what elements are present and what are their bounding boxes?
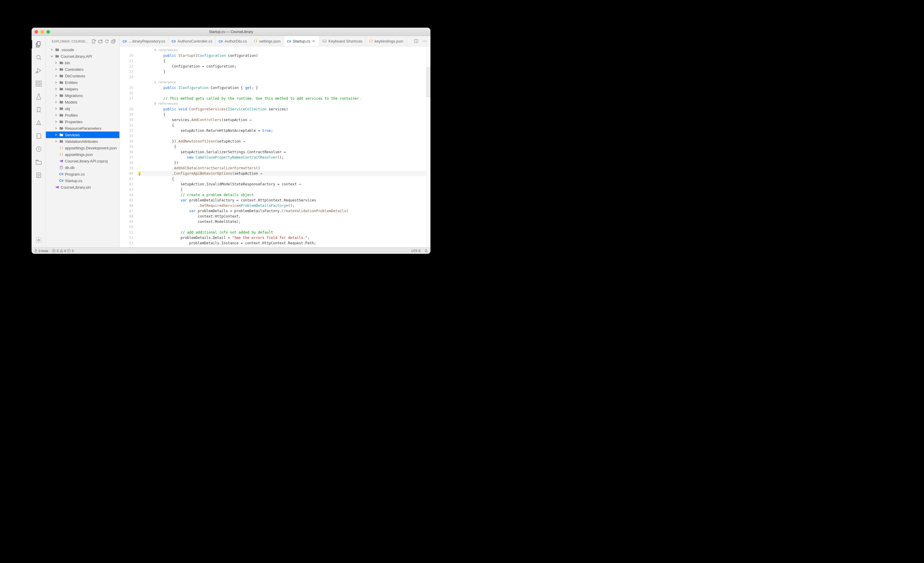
code-line[interactable] — [138, 225, 426, 230]
code-editor[interactable]: 2021222324252627282930313233343536373839… — [120, 46, 430, 247]
close-tab-icon[interactable]: ✕ — [312, 39, 316, 43]
editor-tab[interactable]: C#AuthorsController.cs — [168, 36, 216, 46]
code-line[interactable]: // create a problem details object — [138, 192, 426, 198]
file-item[interactable]: appsettings.Development.json — [46, 145, 119, 151]
code-line[interactable]: services.AddControllers(setupAction ⇒ — [138, 117, 426, 123]
extensions-activity[interactable] — [32, 78, 46, 90]
code-line[interactable]: var problemDetailsFactory = context.Http… — [138, 198, 426, 203]
file-item[interactable]: db.db — [46, 164, 119, 171]
file-item[interactable]: CourseLibrary.sln — [46, 184, 119, 190]
file-item[interactable]: appsettings.json — [46, 151, 119, 158]
code-line[interactable]: problemDetails.Detail = "See the errors … — [138, 235, 426, 240]
code-line[interactable]: context.HttpContext, — [138, 214, 426, 219]
folder-item[interactable]: obj — [46, 105, 119, 112]
debug-activity[interactable] — [32, 64, 46, 76]
code-line[interactable] — [138, 246, 426, 247]
folder-item[interactable]: DbContexts — [46, 73, 119, 79]
lightbulb-icon[interactable]: 💡 — [137, 171, 142, 176]
project-activity[interactable] — [32, 156, 46, 168]
folder-item[interactable]: Models — [46, 99, 119, 105]
code-line[interactable]: { — [138, 187, 426, 192]
bookmarks-activity[interactable] — [32, 104, 46, 116]
new-folder-icon[interactable] — [98, 39, 103, 44]
folder-item[interactable]: Properties — [46, 118, 119, 125]
folder-item[interactable]: Controllers — [46, 66, 119, 73]
code-line[interactable]: public Startup(IConfiguration configurat… — [138, 53, 426, 58]
testing-activity[interactable] — [32, 91, 46, 103]
docs-activity[interactable] — [32, 169, 46, 181]
split-editor-icon[interactable] — [414, 39, 418, 43]
code-line[interactable]: context.ModelState); — [138, 219, 426, 225]
editor-tab[interactable]: Keyboard Shortcuts — [320, 36, 366, 46]
code-line[interactable]: public IConfiguration Configuration { ge… — [138, 85, 426, 90]
tests-status[interactable]: 0 tests — [34, 249, 48, 253]
azure-activity[interactable] — [32, 117, 46, 129]
codelens[interactable]: 1 reference — [138, 80, 426, 85]
editor-tab[interactable]: C#Startup.cs✕ — [284, 36, 320, 46]
code-line[interactable] — [138, 90, 426, 96]
editor-tab[interactable]: C#AuthorDto.cs — [216, 36, 250, 46]
search-activity[interactable] — [32, 51, 46, 63]
folder-item[interactable]: Profiles — [46, 112, 119, 118]
file-item[interactable]: C#Program.cs — [46, 171, 119, 177]
folder-icon — [59, 80, 64, 85]
code-line[interactable]: .GetRequiredService<ProblemDetailsFactor… — [138, 203, 426, 208]
codelens[interactable]: 0 references — [138, 48, 426, 53]
code-line[interactable]: public void ConfigureServices(IServiceCo… — [138, 106, 426, 112]
folder-item[interactable]: bin — [46, 60, 119, 66]
folder-item[interactable]: Helpers — [46, 86, 119, 92]
minimap[interactable] — [426, 46, 430, 247]
code-line[interactable]: { — [138, 144, 426, 150]
code-line[interactable]: { — [138, 176, 426, 181]
file-item[interactable]: CourseLibrary.API.csproj — [46, 158, 119, 164]
code-line[interactable]: setupAction.SerializerSettings.ContractR… — [138, 150, 426, 155]
file-item[interactable]: C#Startup.cs — [46, 177, 119, 184]
chevron-icon — [54, 153, 58, 156]
code-line[interactable]: .ConfigureApiBehaviorOptions(setupAction… — [138, 171, 426, 176]
file-tree[interactable]: .vscodeCourseLibrary.APIbinControllersDb… — [46, 46, 119, 247]
settings-activity[interactable] — [32, 235, 46, 247]
code-line[interactable]: problemDetails.Instance = context.HttpCo… — [138, 240, 426, 246]
code-line[interactable]: }) — [138, 160, 426, 165]
code-line[interactable]: .AddXmlDataContractSerializerFormatters(… — [138, 165, 426, 171]
new-file-icon[interactable] — [92, 39, 96, 44]
refresh-icon[interactable] — [105, 39, 109, 44]
code-line[interactable]: // add additional info not added by defa… — [138, 230, 426, 235]
collapse-all-icon[interactable] — [111, 39, 116, 44]
bell-icon[interactable] — [424, 249, 428, 253]
explorer-activity[interactable] — [32, 38, 46, 50]
code-line[interactable]: }).AddNewtonsoftJson(setupAction ⇒ — [138, 139, 426, 144]
code-line[interactable]: setupAction.InvalidModelStateResponseFac… — [138, 181, 426, 187]
folder-item[interactable]: CourseLibrary.API — [46, 53, 119, 60]
encoding-status[interactable]: UTF-8 — [411, 249, 421, 253]
folder-item[interactable]: Entities — [46, 79, 119, 86]
folder-item[interactable]: Migrations — [46, 92, 119, 99]
folder-icon — [59, 93, 64, 98]
folder-item[interactable]: ResourceParameters — [46, 125, 119, 132]
timeline-activity[interactable] — [32, 143, 46, 155]
folder-item[interactable]: .vscode — [46, 46, 119, 53]
code-line[interactable]: // This method gets called by the runtim… — [138, 96, 426, 101]
code-line[interactable]: } — [138, 69, 426, 74]
code-line[interactable]: setupAction.ReturnHttpNotAcceptable = tr… — [138, 128, 426, 133]
notebook-activity[interactable] — [32, 130, 46, 142]
editor-tab[interactable]: C#…ibraryRepository.cs — [120, 36, 168, 46]
code-line[interactable]: var problemDetails = problemDetailsFacto… — [138, 208, 426, 214]
editor-tab[interactable]: settings.json — [250, 36, 284, 46]
code-line[interactable] — [138, 74, 426, 80]
code-line[interactable]: new CamelCasePropertyNamesContractResolv… — [138, 155, 426, 160]
code-line[interactable]: Configuration = configuration; — [138, 64, 426, 69]
more-icon[interactable] — [422, 39, 427, 43]
folder-item[interactable]: Services — [46, 132, 119, 138]
codelens[interactable]: 0 references — [138, 101, 426, 106]
problems-status[interactable]: 0 0 3 — [52, 249, 74, 253]
editor-tab[interactable]: keybindings.json — [366, 36, 406, 46]
minimap-viewport[interactable] — [427, 67, 430, 97]
code-content[interactable]: 0 references public Startup(IConfigurati… — [138, 46, 426, 247]
code-line[interactable]: { — [138, 123, 426, 128]
code-line[interactable]: { — [138, 112, 426, 117]
code-line[interactable]: { — [138, 58, 426, 64]
tree-label: obj — [65, 106, 70, 111]
folder-item[interactable]: ValidationAttributes — [46, 138, 119, 145]
code-line[interactable] — [138, 133, 426, 139]
